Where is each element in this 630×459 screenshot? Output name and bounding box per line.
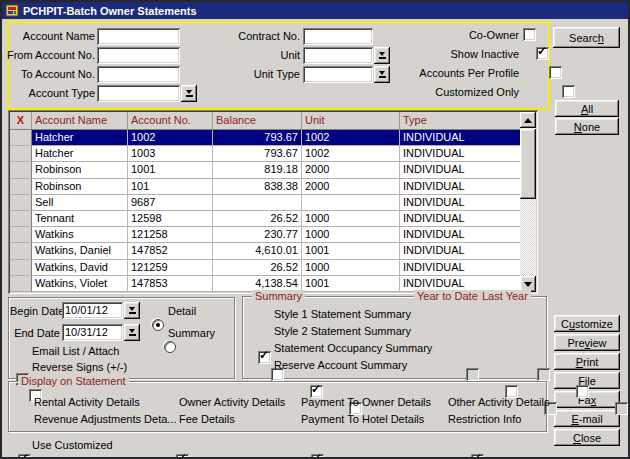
customize-button[interactable]: Customize [554, 315, 620, 332]
cell-account-no: 147852 [128, 243, 213, 259]
radio-detail[interactable] [152, 319, 164, 331]
preview-button[interactable]: Preview [554, 334, 620, 351]
table-row[interactable]: Watkins121258230.771000INDIVIDUAL [10, 227, 520, 243]
checkbox-rental-activity-details[interactable]: ✓ [18, 454, 31, 459]
cell-account-name: Watkins, Violet [32, 276, 128, 292]
checkbox-style-2-statement-summary-last-year[interactable] [537, 368, 550, 381]
checkbox-label-fee-details: Fee Details [179, 413, 235, 425]
column-header-type[interactable]: Type [400, 112, 520, 129]
begin-date-dropdown-button[interactable] [124, 302, 140, 319]
cell-balance: 26.52 [213, 260, 302, 276]
cell-account-name: Tennant [32, 211, 128, 227]
column-header-unit[interactable]: Unit [302, 112, 400, 129]
cell-type: INDIVIDUAL [400, 260, 520, 276]
radio-label-summary: Summary [168, 327, 215, 339]
row-selector-cell[interactable] [10, 227, 32, 243]
field-label-account-name: Account Name [3, 30, 95, 42]
checkbox-owner-activity-details[interactable]: ✓ [176, 454, 189, 459]
checkbox-label-statement-occupancy-summary: Statement Occupancy Summary [274, 342, 432, 354]
cell-account-name: Hatcher [32, 146, 128, 162]
row-selector-cell[interactable] [10, 195, 32, 211]
checkbox-label-payment-to-owner-details: Payment To Owner Details [301, 396, 431, 408]
checkbox-customized-only[interactable] [562, 85, 575, 98]
checkbox-style-2-statement-summary-year-to-date[interactable] [466, 368, 479, 381]
table-scrollbar[interactable] [520, 112, 536, 292]
cell-type: INDIVIDUAL [400, 195, 520, 211]
checkbox-accounts-per-profile[interactable] [549, 66, 562, 79]
table-row[interactable]: Hatcher1002793.671002INDIVIDUAL [10, 130, 520, 146]
scroll-up-button[interactable] [520, 112, 536, 128]
none-button[interactable]: None [555, 118, 619, 135]
cell-type: INDIVIDUAL [400, 211, 520, 227]
window-title: PCHPIT-Batch Owner Statements [23, 5, 197, 17]
row-selector-cell[interactable] [10, 179, 32, 195]
cell-account-name: Hatcher [32, 130, 128, 146]
close-button[interactable]: Close [554, 429, 620, 446]
table-row[interactable]: Tennant1259826.521000INDIVIDUAL [10, 211, 520, 227]
app-icon [6, 4, 19, 17]
cell-account-no: 147853 [128, 276, 213, 292]
row-selector-cell[interactable] [10, 146, 32, 162]
email-button[interactable]: E-mail [554, 410, 620, 427]
radio-summary[interactable] [164, 341, 176, 353]
checkbox-reserve-account-summary-last-year[interactable] [615, 402, 628, 415]
cell-balance: 793.67 [213, 130, 302, 146]
dropdown-button-account-type[interactable] [181, 85, 197, 102]
input-to-account-no-[interactable] [97, 66, 180, 83]
table-row[interactable]: Watkins, Daniel1478524,610.011001INDIVID… [10, 243, 520, 259]
checkbox-other-activity-details[interactable]: ✓ [471, 454, 484, 459]
all-button[interactable]: All [555, 100, 619, 117]
end-date-dropdown-button[interactable] [124, 324, 140, 341]
row-selector-cell[interactable] [10, 130, 32, 146]
checkbox-co-owner[interactable] [523, 28, 536, 41]
column-header-account-name[interactable]: Account Name [32, 112, 128, 129]
last-year-column-header: Last Year [479, 290, 531, 302]
print-button[interactable]: Print [554, 353, 620, 370]
input-from-account-no-[interactable] [97, 47, 180, 64]
row-selector-cell[interactable] [10, 243, 32, 259]
checkbox-label-revenue-adjustments-deta-: Revenue Adjustments Deta... [34, 413, 176, 425]
table-row[interactable]: Robinson1001819.182000INDIVIDUAL [10, 162, 520, 178]
option-label-show-inactive: Show Inactive [374, 48, 519, 60]
search-button[interactable]: Search [553, 27, 620, 48]
table-row[interactable]: Watkins, David12125926.521000INDIVIDUAL [10, 260, 520, 276]
cell-account-no: 121259 [128, 260, 213, 276]
input-unit-type[interactable] [303, 66, 373, 83]
row-selector-cell[interactable] [10, 260, 32, 276]
checkbox-label-use-customized: Use Customized [32, 439, 113, 451]
column-header-account-no[interactable]: Account No. [128, 112, 213, 129]
checkbox-payment-to-owner-details[interactable]: ✓ [311, 454, 324, 459]
cell-unit: 1001 [302, 243, 400, 259]
end-date-input[interactable]: 10/31/12 [62, 324, 123, 341]
cell-account-no: 12598 [128, 211, 213, 227]
begin-date-input[interactable]: 10/01/12 [62, 302, 123, 319]
table-row[interactable]: Hatcher1003793.671002INDIVIDUAL [10, 146, 520, 162]
year-to-date-column-header: Year to Date [414, 290, 481, 302]
input-contract-no-[interactable] [303, 28, 373, 45]
cell-account-no: 1002 [128, 130, 213, 146]
row-selector-cell[interactable] [10, 276, 32, 292]
checkbox-label-style-2-statement-summary: Style 2 Statement Summary [274, 325, 411, 337]
row-selector-cell[interactable] [10, 162, 32, 178]
column-header-balance[interactable]: Balance [213, 112, 302, 129]
column-header-x[interactable]: X [10, 112, 32, 129]
scrollbar-thumb[interactable] [520, 129, 536, 199]
option-label-accounts-per-profile: Accounts Per Profile [374, 67, 519, 79]
checkbox-label-email-list-attach: Email List / Attach [32, 345, 119, 357]
input-account-name[interactable] [97, 28, 180, 45]
field-label-to-account-no-: To Account No. [3, 68, 95, 80]
cell-balance [213, 195, 302, 211]
checkbox-label-style-1-statement-summary: Style 1 Statement Summary [274, 308, 411, 320]
row-selector-cell[interactable] [10, 211, 32, 227]
field-label-contract-no-: Contract No. [212, 30, 300, 42]
cell-balance: 230.77 [213, 227, 302, 243]
input-unit[interactable] [303, 47, 373, 64]
cell-unit: 1002 [302, 146, 400, 162]
input-account-type[interactable] [97, 85, 180, 102]
checkbox-style-1-statement-summary[interactable]: ✓ [258, 351, 271, 364]
checkbox-show-inactive[interactable]: ✓ [536, 47, 549, 60]
table-row[interactable]: Robinson101838.382000INDIVIDUAL [10, 179, 520, 195]
table-row[interactable]: Sell9687INDIVIDUAL [10, 195, 520, 211]
checkbox-statement-occupancy-summary-last-year[interactable] [576, 385, 589, 398]
cell-account-no: 101 [128, 179, 213, 195]
